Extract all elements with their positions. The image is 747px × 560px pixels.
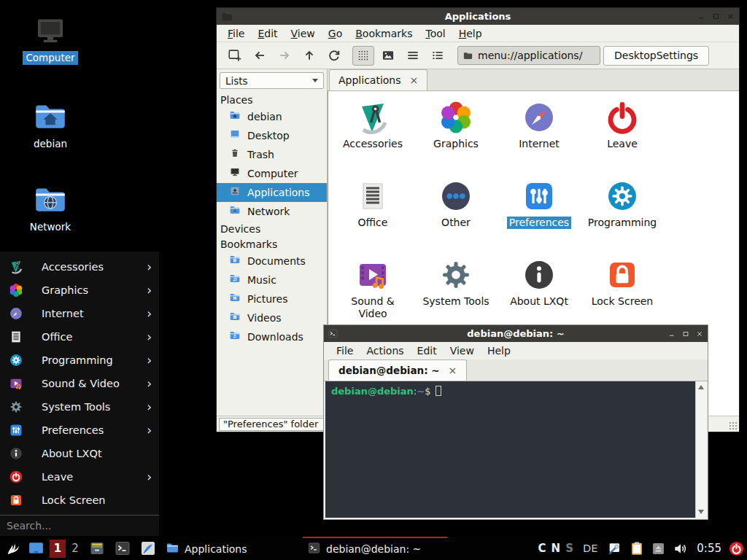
workspace-1[interactable]: 1 (50, 540, 66, 558)
thumbnail-view-button[interactable] (377, 46, 399, 66)
sidebar-item-debian[interactable]: debian (217, 107, 327, 126)
sidebar-item-network[interactable]: Network (217, 202, 327, 221)
app-label: Other (439, 217, 473, 229)
volume-icon[interactable] (673, 540, 689, 557)
detailed-view-button[interactable] (427, 46, 449, 66)
tab-applications[interactable]: Applications × (329, 69, 427, 90)
menu-edit[interactable]: Edit (411, 342, 444, 359)
up-button[interactable] (298, 46, 320, 66)
desktop-icon-debian[interactable]: debian (15, 98, 85, 151)
terminal-screen[interactable]: debian@debian:~$ (325, 381, 695, 518)
back-button[interactable] (249, 46, 271, 66)
start-menu-item-preferences[interactable]: Preferences› (0, 419, 159, 442)
sidebar-item-trash[interactable]: Trash (217, 145, 327, 164)
quicklaunch-terminal[interactable] (114, 540, 131, 557)
maximize-button[interactable] (712, 12, 720, 20)
sidebar-item-computer[interactable]: Computer (217, 164, 327, 183)
tab-close-icon[interactable]: × (449, 365, 457, 376)
start-menu-item-internet[interactable]: Internet› (0, 302, 159, 325)
app-about-lxqt[interactable]: About LXQt (498, 256, 581, 335)
menu-file[interactable]: File (221, 25, 251, 42)
sidebar-item-music[interactable]: Music (217, 271, 327, 289)
menu-view[interactable]: View (285, 25, 322, 42)
start-menu-item-graphics[interactable]: Graphics› (0, 279, 159, 302)
start-menu-item-label: Leave (42, 471, 147, 483)
app-lock-screen[interactable]: Lock Screen (581, 256, 664, 335)
menu-bookmarks[interactable]: Bookmarks (349, 25, 419, 42)
power-button[interactable] (728, 540, 745, 557)
quicklaunch-file-manager[interactable] (88, 540, 106, 557)
app-sound-video[interactable]: Sound &Video (331, 256, 414, 335)
maximize-button[interactable] (682, 330, 689, 338)
workspace-2[interactable]: 2 (67, 540, 83, 558)
icon-view-button[interactable] (352, 46, 374, 66)
menu-help[interactable]: Help (481, 342, 517, 359)
tab-close-icon[interactable]: × (410, 75, 419, 85)
app-programming[interactable]: Programming (581, 177, 664, 256)
fm-titlebar[interactable]: Applications (217, 8, 739, 25)
sidebar-item-documents[interactable]: Documents (217, 252, 327, 271)
taskbar-task-applications[interactable]: Applications (161, 537, 303, 560)
address-bar[interactable]: menu://applications/ (457, 46, 600, 65)
app-system-tools[interactable]: System Tools (414, 256, 498, 335)
about-icon (522, 257, 557, 292)
reload-button[interactable] (323, 46, 345, 66)
menu-view[interactable]: View (444, 342, 481, 359)
scroll-down-icon[interactable] (696, 508, 706, 516)
clipboard-tray-icon[interactable] (629, 540, 645, 556)
removable-media-icon[interactable] (651, 541, 666, 556)
screenshot-tray-icon[interactable] (607, 540, 623, 556)
terminal-tab[interactable]: debian@debian: ~ × (328, 359, 467, 381)
start-menu-item-about-lxqt[interactable]: About LXQt (0, 442, 159, 465)
start-menu-item-sound-video[interactable]: Sound & Video› (0, 372, 159, 395)
menu-go[interactable]: Go (322, 25, 349, 42)
sidebar-item-downloads[interactable]: Downloads (217, 327, 327, 346)
forward-button[interactable] (274, 46, 295, 66)
quicklaunch-text-editor[interactable] (139, 540, 157, 557)
terminal-titlebar[interactable]: debian@debian: ~ (324, 325, 708, 342)
sidebar-view-mode-combo[interactable]: Lists (220, 72, 324, 89)
clock[interactable]: 0:55 (697, 542, 721, 555)
menu-search-input[interactable]: Search... (0, 516, 159, 536)
desktop-icon-computer[interactable]: Computer (15, 12, 85, 65)
resize-grip[interactable] (729, 421, 738, 430)
compact-view-button[interactable] (402, 46, 424, 66)
show-desktop-button[interactable] (27, 540, 45, 558)
app-accessories[interactable]: Accessories (331, 98, 414, 177)
menu-edit[interactable]: Edit (251, 25, 284, 42)
desktop-settings-button[interactable]: DesktopSettings (603, 46, 709, 66)
sidebar-item-desktop[interactable]: Desktop (217, 126, 327, 145)
close-button[interactable] (696, 330, 703, 338)
start-menu-item-system-tools[interactable]: System Tools› (0, 395, 159, 419)
menu-file[interactable]: File (330, 342, 360, 359)
scrollbar[interactable] (695, 381, 706, 518)
sidebar-item-pictures[interactable]: Pictures (217, 289, 327, 308)
app-menu-button[interactable] (4, 540, 22, 558)
start-menu-item-programming[interactable]: Programming› (0, 349, 159, 372)
app-graphics[interactable]: Graphics (414, 98, 498, 177)
new-tab-button[interactable] (224, 46, 246, 66)
minimize-button[interactable] (668, 330, 676, 338)
app-other[interactable]: Other (414, 177, 498, 256)
start-menu-item-lock-screen[interactable]: Lock Screen (0, 489, 159, 512)
desktop-icon-network[interactable]: Network (15, 181, 85, 234)
app-preferences[interactable]: Preferences (498, 177, 581, 256)
start-menu-item-accessories[interactable]: Accessories› (0, 255, 159, 279)
close-button[interactable] (727, 12, 735, 20)
minimize-button[interactable] (697, 12, 705, 20)
scroll-up-icon[interactable] (696, 383, 706, 392)
menu-help[interactable]: Help (452, 25, 489, 42)
app-office[interactable]: Office (331, 177, 414, 256)
menu-actions[interactable]: Actions (360, 342, 410, 359)
app-leave[interactable]: Leave (581, 98, 664, 177)
sidebar-item-videos[interactable]: Videos (217, 308, 327, 327)
sidebar-item-applications[interactable]: Applications (217, 183, 327, 202)
fm-tabbar: Applications × (328, 69, 739, 91)
taskbar-task-debian-debian[interactable]: debian@debian: ~ (303, 537, 447, 560)
start-menu-item-label: Internet (42, 308, 147, 319)
start-menu-item-office[interactable]: Office› (0, 325, 159, 349)
app-internet[interactable]: Internet (498, 98, 581, 177)
menu-tool[interactable]: Tool (419, 25, 452, 42)
keyboard-layout[interactable]: DE (583, 542, 597, 554)
start-menu-item-leave[interactable]: Leave› (0, 465, 159, 489)
